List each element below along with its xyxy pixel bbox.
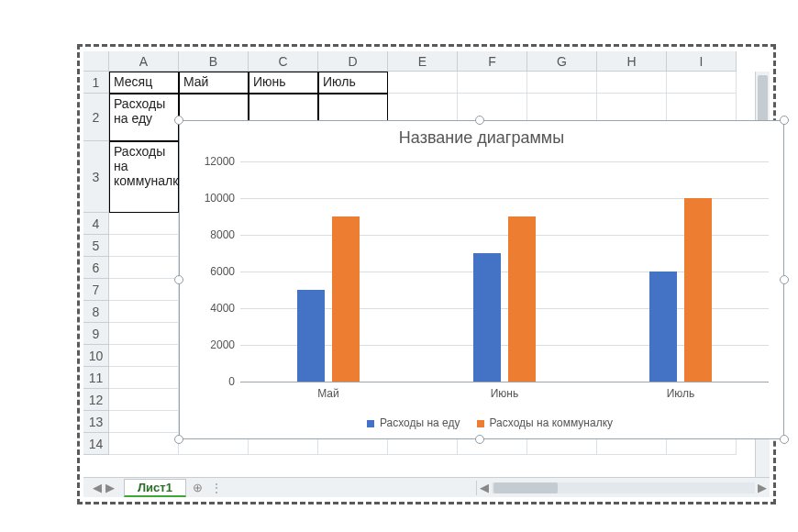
row-header-11[interactable]: 11 [83, 367, 109, 389]
column-header-E[interactable]: E [388, 51, 458, 72]
cell-A3[interactable]: Расходы на коммуналку [109, 141, 179, 213]
cell-I1[interactable] [667, 72, 737, 94]
cell-A2[interactable]: Расходы на еду [109, 94, 179, 141]
column-header-A[interactable]: A [109, 51, 179, 72]
cell-F1[interactable] [458, 72, 527, 94]
chart-handle-s[interactable] [475, 435, 484, 444]
column-header-row: ABCDEFGHI [83, 51, 770, 72]
row-header-8[interactable]: 8 [83, 301, 109, 323]
hscroll-thumb[interactable] [493, 482, 558, 493]
y-tick-0: 0 [189, 375, 235, 388]
cell-C1[interactable]: Июнь [249, 72, 318, 94]
cell-A11[interactable] [109, 367, 179, 389]
bar-Расходы на еду-Май[interactable] [297, 290, 325, 382]
cell-A8[interactable] [109, 301, 179, 323]
y-tick-2000: 2000 [189, 338, 235, 351]
cell-G1[interactable] [527, 72, 597, 94]
column-header-G[interactable]: G [527, 51, 597, 72]
grid-body: 1234567891011121314 Название диаграммы 0… [83, 72, 770, 455]
cell-A9[interactable] [109, 323, 179, 345]
bar-Расходы на коммуналку-Июль[interactable] [684, 198, 712, 382]
row-header-5[interactable]: 5 [83, 235, 109, 257]
y-tick-8000: 8000 [189, 228, 235, 241]
horizontal-scrollbar[interactable]: ◀ ▶ [476, 481, 770, 495]
sheet-tab-bar: ◀ ▶ Лист1 ⊕ ⋮ ◀ ▶ [83, 477, 770, 497]
bar-Расходы на коммуналку-Июнь[interactable] [508, 216, 536, 382]
tabbar-splitter[interactable]: ⋮ [210, 481, 217, 495]
y-tick-4000: 4000 [189, 302, 235, 315]
legend-label-0: Расходы на еду [380, 416, 460, 429]
tab-nav-buttons[interactable]: ◀ ▶ [83, 481, 124, 494]
sheet-tab-active[interactable]: Лист1 [124, 479, 186, 497]
cell-H1[interactable] [597, 72, 667, 94]
cell-A5[interactable] [109, 235, 179, 257]
row-header-column: 1234567891011121314 [83, 72, 109, 455]
row-header-14[interactable]: 14 [83, 433, 109, 455]
column-header-I[interactable]: I [667, 51, 737, 72]
chart-plot-area[interactable]: 020004000600080001000012000 [240, 161, 769, 382]
row-header-7[interactable]: 7 [83, 279, 109, 301]
column-header-B[interactable]: B [179, 51, 249, 72]
x-tick-Май: Май [273, 387, 383, 400]
bar-Расходы на еду-Июнь[interactable] [473, 253, 501, 382]
row-header-4[interactable]: 4 [83, 213, 109, 235]
column-header-D[interactable]: D [318, 51, 388, 72]
column-header-H[interactable]: H [597, 51, 667, 72]
bar-Расходы на коммуналку-Май[interactable] [332, 216, 360, 382]
worksheet: ABCDEFGHI 1234567891011121314 Название д… [83, 51, 770, 497]
legend-swatch-0 [367, 420, 374, 427]
y-tick-10000: 10000 [189, 192, 235, 205]
column-header-F[interactable]: F [458, 51, 527, 72]
cell-B1[interactable]: Май [179, 72, 249, 94]
row-header-2[interactable]: 2 [83, 94, 109, 141]
cell-A1[interactable]: Месяц [109, 72, 179, 94]
row-header-10[interactable]: 10 [83, 345, 109, 367]
hscroll-right-icon[interactable]: ▶ [755, 481, 770, 495]
cell-A12[interactable] [109, 389, 179, 411]
y-tick-6000: 6000 [189, 265, 235, 278]
cell-A13[interactable] [109, 411, 179, 433]
add-sheet-button[interactable]: ⊕ [186, 480, 210, 495]
tab-next-icon[interactable]: ▶ [105, 481, 115, 494]
gridline-12000 [240, 161, 769, 162]
chart-handle-sw[interactable] [174, 435, 183, 444]
chart-handle-w[interactable] [174, 275, 183, 284]
column-header-C[interactable]: C [249, 51, 318, 72]
gridline-0 [240, 382, 769, 382]
row-header-9[interactable]: 9 [83, 323, 109, 345]
chart-legend[interactable]: Расходы на едуРасходы на коммуналку [180, 416, 783, 429]
chart-handle-e[interactable] [780, 275, 789, 284]
cell-A14[interactable] [109, 433, 179, 455]
chart-handle-n[interactable] [475, 116, 484, 125]
row-1: МесяцМайИюньИюль [109, 72, 762, 94]
cell-A7[interactable] [109, 279, 179, 301]
y-tick-12000: 12000 [189, 155, 235, 168]
chart-object[interactable]: Название диаграммы 020004000600080001000… [179, 120, 784, 439]
chart-title[interactable]: Название диаграммы [180, 121, 783, 151]
chart-handle-nw[interactable] [174, 116, 183, 125]
row-header-13[interactable]: 13 [83, 411, 109, 433]
cell-A10[interactable] [109, 345, 179, 367]
cells-area[interactable]: Название диаграммы 020004000600080001000… [109, 72, 762, 455]
bar-Расходы на еду-Июль[interactable] [649, 272, 677, 382]
cell-E1[interactable] [388, 72, 458, 94]
chart-handle-ne[interactable] [780, 116, 789, 125]
hscroll-left-icon[interactable]: ◀ [477, 481, 492, 495]
select-all-corner[interactable] [83, 51, 109, 72]
x-tick-Июнь: Июнь [449, 387, 560, 400]
x-tick-Июль: Июль [626, 387, 736, 400]
cell-A4[interactable] [109, 213, 179, 235]
legend-swatch-1 [477, 420, 484, 427]
row-header-1[interactable]: 1 [83, 72, 109, 94]
cell-D1[interactable]: Июль [318, 72, 388, 94]
cell-A6[interactable] [109, 257, 179, 279]
row-header-3[interactable]: 3 [83, 141, 109, 213]
row-header-12[interactable]: 12 [83, 389, 109, 411]
tab-prev-icon[interactable]: ◀ [93, 481, 102, 494]
chart-handle-se[interactable] [780, 435, 789, 444]
legend-label-1: Расходы на коммуналку [490, 416, 614, 429]
row-header-6[interactable]: 6 [83, 257, 109, 279]
